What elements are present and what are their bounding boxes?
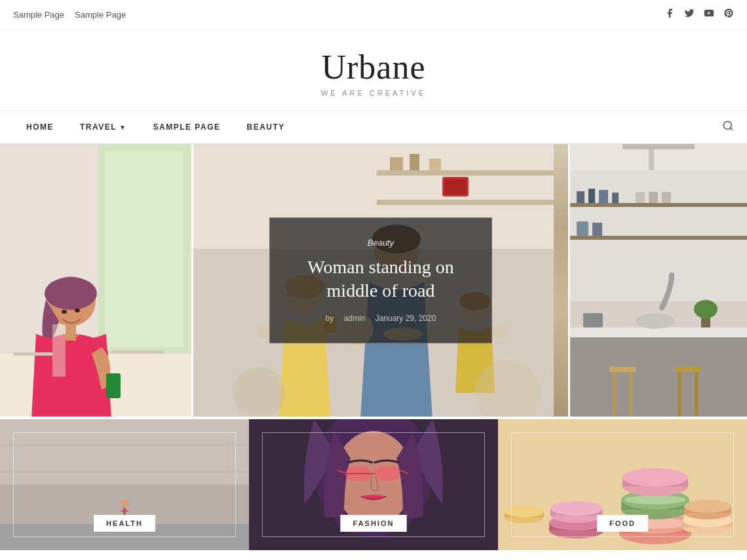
svg-rect-51: [612, 193, 619, 203]
svg-rect-20: [377, 170, 554, 176]
fashion-label: FASHION: [341, 515, 407, 532]
svg-rect-50: [599, 190, 608, 203]
post-date: January 29, 2020: [375, 314, 436, 323]
hero-center-col[interactable]: Beauty Woman standing on middle of road …: [193, 144, 570, 417]
travel-chevron-icon: ▼: [119, 124, 126, 131]
post-title: Woman standing on middle of road: [296, 255, 465, 303]
svg-rect-41: [622, 144, 695, 149]
svg-rect-47: [570, 236, 747, 240]
svg-rect-54: [662, 192, 671, 203]
svg-point-15: [75, 308, 80, 312]
health-label: HEALTH: [94, 515, 155, 532]
youtube-icon[interactable]: [704, 8, 714, 21]
svg-point-96: [624, 495, 686, 504]
svg-rect-84: [375, 466, 400, 481]
svg-rect-58: [570, 337, 747, 417]
top-bar: Sample Page Sample Page: [0, 0, 747, 29]
svg-rect-49: [588, 189, 595, 203]
featured-post-overlay: Beauty Woman standing on middle of road …: [269, 217, 492, 343]
svg-rect-13: [52, 324, 66, 377]
svg-rect-22: [390, 157, 403, 170]
main-nav: HOME TRAVEL ▼ SAMPLE PAGE BEAUTY: [0, 111, 747, 144]
svg-rect-63: [609, 367, 636, 372]
site-title: Urbane: [13, 48, 734, 86]
hero-left-col: [0, 144, 193, 417]
svg-rect-67: [678, 372, 681, 417]
svg-rect-12: [106, 373, 121, 398]
svg-rect-56: [592, 223, 602, 236]
svg-rect-48: [577, 191, 584, 203]
svg-rect-46: [570, 203, 747, 207]
svg-rect-52: [636, 192, 645, 203]
nav-home[interactable]: HOME: [13, 111, 67, 143]
svg-rect-5: [105, 151, 183, 347]
nav-sample-page[interactable]: SAMPLE PAGE: [140, 111, 234, 143]
topbar-link-2[interactable]: Sample Page: [75, 10, 126, 20]
svg-point-111: [550, 501, 603, 515]
site-header: Urbane WE ARE CREATIVE: [0, 29, 747, 111]
pinterest-icon[interactable]: [723, 8, 734, 21]
svg-rect-17: [111, 350, 164, 354]
svg-point-99: [622, 468, 688, 487]
post-category: Beauty: [296, 238, 465, 248]
svg-point-77: [121, 499, 128, 507]
svg-rect-23: [410, 154, 419, 170]
svg-point-114: [505, 506, 544, 517]
social-icons: [664, 8, 734, 21]
post-author: admin: [344, 314, 366, 323]
svg-point-14: [62, 310, 67, 314]
svg-rect-26: [444, 179, 467, 195]
bottom-grid: HEALTH: [0, 419, 747, 550]
svg-point-105: [684, 500, 731, 513]
food-col: FOOD: [498, 419, 747, 550]
svg-rect-65: [629, 372, 632, 417]
hero-right-col: [570, 144, 747, 417]
svg-rect-16: [13, 352, 52, 356]
svg-point-59: [636, 313, 675, 329]
nav-travel[interactable]: TRAVEL ▼: [67, 111, 140, 143]
health-col: HEALTH: [0, 419, 249, 550]
svg-line-2: [730, 128, 732, 130]
food-label: FOOD: [597, 515, 648, 532]
svg-rect-60: [583, 313, 603, 327]
twitter-icon[interactable]: [684, 8, 695, 21]
svg-rect-64: [613, 372, 616, 417]
svg-point-62: [694, 300, 718, 318]
svg-rect-55: [577, 221, 588, 236]
svg-point-10: [45, 277, 97, 310]
svg-rect-53: [649, 192, 658, 203]
svg-point-1: [723, 121, 731, 129]
search-icon[interactable]: [722, 120, 734, 134]
post-by: by: [326, 314, 334, 323]
site-tagline: WE ARE CREATIVE: [13, 89, 734, 97]
svg-rect-70: [0, 419, 249, 485]
nav-links: HOME TRAVEL ▼ SAMPLE PAGE BEAUTY: [13, 111, 298, 143]
hero-right-image: [570, 144, 747, 417]
svg-rect-68: [695, 372, 698, 417]
nav-beauty[interactable]: BEAUTY: [233, 111, 297, 143]
top-bar-nav: Sample Page Sample Page: [13, 10, 126, 20]
fashion-col: FASHION: [249, 419, 498, 550]
svg-rect-24: [429, 159, 441, 170]
svg-rect-66: [675, 367, 701, 372]
topbar-link-1[interactable]: Sample Page: [13, 10, 64, 20]
hero-grid: Beauty Woman standing on middle of road …: [0, 144, 747, 419]
post-meta: by admin January 29, 2020: [296, 314, 465, 323]
hero-left-image: [0, 144, 193, 417]
svg-rect-21: [377, 200, 554, 205]
facebook-icon[interactable]: [664, 8, 675, 21]
